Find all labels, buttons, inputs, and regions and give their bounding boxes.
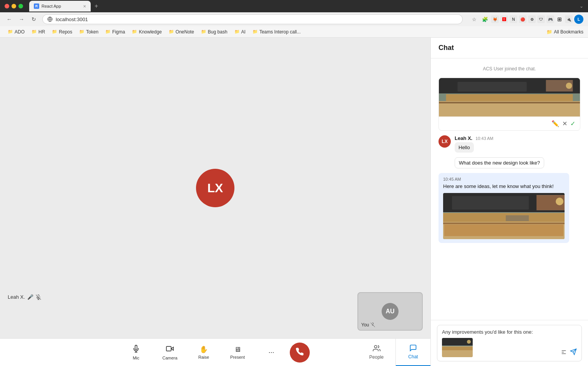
bookmark-knowledge[interactable]: 📁 Knowledge — [129, 28, 164, 36]
bookmark-hr[interactable]: 📁 HR — [28, 28, 48, 36]
ext-icon-3[interactable]: N — [510, 15, 517, 23]
folder-icon: 📁 — [52, 29, 57, 34]
mic-muted-icon — [36, 294, 41, 300]
image-message-1: ✏️ ✕ ✓ — [439, 78, 580, 131]
camera-icon — [166, 345, 174, 354]
folder-icon: 📁 — [8, 29, 13, 34]
ms-logo[interactable]: ⊞ — [556, 15, 563, 23]
ext-icon-8[interactable]: 🔌 — [565, 15, 573, 23]
end-call-button[interactable] — [290, 343, 310, 363]
svg-rect-27 — [443, 223, 565, 224]
camera-button[interactable]: Camera — [154, 342, 185, 363]
location-icon — [47, 17, 53, 22]
bookmark-figma[interactable]: 📁 Figma — [102, 28, 128, 36]
self-label: You — [361, 322, 375, 328]
people-tab-button[interactable]: People — [357, 338, 396, 366]
mic-button[interactable]: Mic — [121, 342, 151, 363]
mic-label: Mic — [133, 356, 139, 360]
bookmark-star-button[interactable]: ☆ — [470, 15, 479, 24]
svg-point-34 — [467, 340, 471, 344]
bookmark-repos-label: Repos — [59, 29, 72, 35]
format-text-button[interactable] — [561, 349, 567, 357]
all-bookmarks[interactable]: 📁 All Bookmarks — [546, 29, 583, 35]
system-message: ACS User joined the chat. — [439, 65, 580, 73]
browser-actions: ☆ 🧩 🦊 🅱 N 🔴 ⚙ 🛡 🎮 ⊞ 🔌 L — [470, 15, 583, 24]
url-bar[interactable]: localhost:3001 — [42, 14, 463, 24]
svg-rect-16 — [458, 82, 527, 92]
nav-buttons: ← → ↻ — [5, 15, 38, 24]
close-traffic-light[interactable] — [5, 4, 9, 8]
ext-icon-7[interactable]: 🎮 — [546, 15, 554, 23]
people-label: People — [369, 354, 384, 360]
self-name: You — [361, 322, 369, 328]
bookmark-token[interactable]: 📁 Token — [76, 28, 101, 36]
bookmark-ai-label: AI — [241, 29, 246, 35]
side-panel: Chat ACS User joined the chat. — [430, 38, 588, 366]
svg-rect-25 — [452, 196, 529, 210]
folder-icon: 📁 — [32, 29, 37, 34]
ext-icon-1[interactable]: 🦊 — [491, 15, 499, 23]
edit-image-button[interactable]: ✏️ — [551, 120, 559, 127]
folder-icon: 📁 — [234, 29, 240, 34]
more-button[interactable]: ··· — [256, 345, 287, 359]
bookmark-teams[interactable]: 📁 Teams Interop call... — [249, 28, 304, 36]
call-area: LX Leah X. 🎤 A — [0, 38, 430, 366]
tab-close-button[interactable]: ✕ — [83, 4, 86, 8]
bookmark-bugbash[interactable]: 📁 Bug bash — [198, 28, 231, 36]
svg-marker-8 — [171, 347, 173, 350]
all-bookmarks-label: All Bookmarks — [554, 29, 583, 35]
bookmark-onenote[interactable]: 📁 OneNote — [166, 28, 197, 36]
present-button[interactable]: 🖥 Present — [222, 343, 253, 363]
bookmarks-icon: 📁 — [546, 29, 552, 35]
preview-kitchen — [442, 338, 473, 357]
tab-favicon: R — [34, 3, 39, 9]
browser-tab-active[interactable]: R React App ✕ — [29, 1, 91, 12]
chat-input-box[interactable]: Any improvements you'd like for this one… — [437, 325, 582, 361]
raise-icon: ✋ — [199, 345, 208, 354]
profile-button[interactable]: L — [574, 15, 583, 24]
ext-icon-2[interactable]: 🅱 — [500, 15, 508, 23]
leah-avatar: LX — [439, 135, 451, 148]
ext-icon-5[interactable]: ⚙ — [528, 15, 536, 23]
ideas-time: 10:45 AM — [443, 177, 565, 181]
chat-input-area: Any improvements you'd like for this one… — [431, 320, 588, 366]
more-icon: ··· — [268, 348, 274, 356]
bookmark-hr-label: HR — [38, 29, 45, 35]
folder-icon: 📁 — [201, 29, 206, 34]
tab-overflow[interactable]: ⌄ — [580, 3, 583, 9]
svg-rect-14 — [446, 94, 573, 101]
tab-title: React App — [42, 4, 81, 8]
reject-image-button[interactable]: ✕ — [562, 120, 567, 127]
bookmark-repos[interactable]: 📁 Repos — [49, 28, 75, 36]
people-icon — [373, 344, 380, 353]
bookmark-ai[interactable]: 📁 AI — [231, 28, 249, 36]
minimize-traffic-light[interactable] — [12, 4, 16, 8]
new-tab-button[interactable]: + — [92, 3, 100, 10]
bookmark-onenote-label: OneNote — [176, 29, 194, 35]
chat-label: Chat — [408, 354, 418, 359]
svg-rect-9 — [166, 346, 171, 351]
message-bubble-hello: Hello — [455, 142, 474, 153]
reload-button[interactable]: ↻ — [29, 15, 38, 24]
back-button[interactable]: ← — [5, 15, 14, 24]
accept-image-button[interactable]: ✓ — [570, 120, 575, 127]
svg-rect-29 — [506, 215, 529, 221]
self-avatar: AU — [382, 303, 399, 320]
ext-icon-4[interactable]: 🔴 — [519, 15, 527, 23]
extensions-button[interactable]: 🧩 — [480, 15, 490, 24]
bookmark-ado[interactable]: 📁 ADO — [5, 28, 28, 36]
leah-initials: LX — [442, 139, 447, 144]
chat-tab-button[interactable]: Chat — [396, 338, 430, 366]
maximize-traffic-light[interactable] — [18, 4, 23, 8]
forward-button[interactable]: → — [17, 15, 26, 24]
traffic-lights — [5, 4, 23, 8]
svg-point-10 — [374, 346, 377, 348]
input-text[interactable]: Any improvements you'd like for this one… — [442, 329, 577, 335]
ext-icon-6[interactable]: 🛡 — [537, 15, 545, 23]
send-button[interactable] — [570, 348, 577, 357]
mic-icon — [132, 345, 140, 354]
raise-button[interactable]: ✋ Raise — [188, 342, 219, 363]
input-actions — [561, 348, 577, 357]
message-design-question: What does the new design look like? — [455, 157, 580, 168]
bookmarks-bar: 📁 ADO 📁 HR 📁 Repos 📁 Token 📁 Figma 📁 Kno… — [0, 26, 588, 38]
